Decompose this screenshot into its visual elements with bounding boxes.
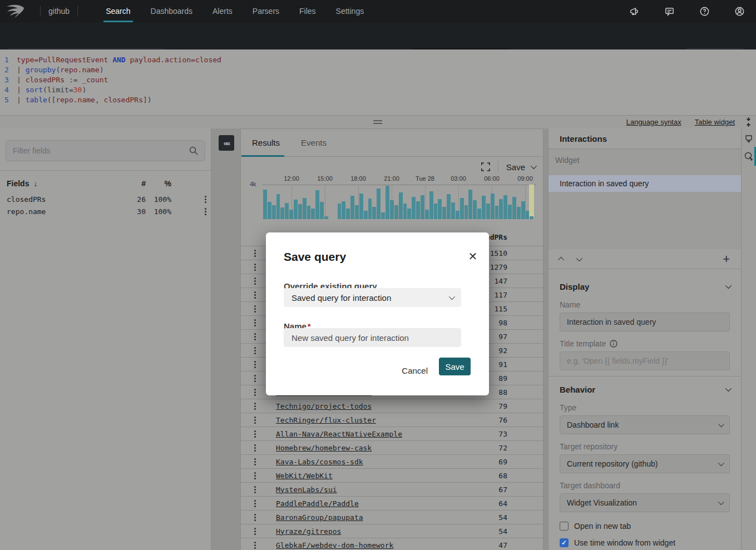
row-menu-icon[interactable] [252, 415, 258, 425]
histogram-bar[interactable] [289, 210, 293, 219]
nav-tab-files[interactable]: Files [289, 0, 326, 22]
histogram-bar[interactable] [434, 204, 438, 219]
nav-tab-alerts[interactable]: Alerts [202, 0, 243, 22]
histogram-bar[interactable] [294, 200, 298, 219]
histogram-bar[interactable] [438, 199, 442, 219]
row-menu-icon[interactable] [252, 485, 258, 494]
row-menu-icon[interactable] [252, 346, 258, 355]
histogram-bar[interactable] [508, 205, 512, 219]
row-menu-icon[interactable] [252, 513, 258, 522]
move-up-icon[interactable] [558, 256, 564, 262]
histogram-bar[interactable] [421, 195, 424, 219]
repository-name[interactable]: github [48, 7, 70, 16]
interactions-panel-icon[interactable] [744, 152, 753, 161]
histogram-bar[interactable] [368, 199, 372, 219]
help-icon[interactable] [699, 6, 710, 17]
histogram-bar[interactable] [276, 194, 280, 219]
field-row-repo.name[interactable]: repo.name30100% [0, 205, 211, 217]
repo-name-link[interactable]: GlebkaF/webdev-dom-homework [276, 541, 393, 549]
nav-tab-settings[interactable]: Settings [326, 0, 374, 22]
info-icon[interactable] [610, 340, 617, 348]
histogram-bar[interactable] [263, 190, 267, 219]
histogram-bar[interactable] [460, 198, 464, 219]
histogram-bar[interactable] [355, 205, 359, 219]
repo-name-link[interactable]: Kava-Labs/cosmos-sdk [276, 458, 363, 466]
histogram-bar[interactable] [482, 196, 486, 219]
histogram-bar[interactable] [307, 206, 311, 219]
histogram-bar[interactable] [381, 212, 385, 219]
tab-results[interactable]: Results [252, 138, 280, 147]
nav-tab-dashboards[interactable]: Dashboards [141, 0, 203, 22]
row-menu-icon[interactable] [252, 374, 258, 383]
repo-name-link[interactable]: WebKit/WebKit [276, 472, 333, 480]
histogram-bar[interactable] [315, 190, 319, 219]
histogram-bar[interactable] [486, 204, 490, 219]
histogram-bar[interactable] [407, 209, 411, 219]
use-time-window-checkbox-row[interactable]: ✓ Use time window from widget [549, 534, 741, 550]
histogram-bar[interactable] [285, 203, 289, 219]
histogram-bar[interactable] [425, 210, 429, 219]
display-section-header[interactable]: Display [549, 275, 741, 298]
language-syntax-link[interactable]: Language syntax [626, 118, 681, 126]
close-icon[interactable]: ✕ [467, 250, 479, 262]
histogram-bar[interactable] [399, 192, 403, 219]
nav-tab-search[interactable]: Search [96, 0, 140, 22]
row-menu-icon[interactable] [252, 443, 258, 453]
account-icon[interactable] [734, 6, 745, 17]
histogram-bar[interactable] [386, 186, 389, 219]
open-in-new-tab-checkbox[interactable] [560, 522, 569, 531]
row-menu-icon[interactable] [252, 402, 258, 411]
type-select[interactable]: Dashboard link [560, 415, 730, 434]
open-in-new-tab-checkbox-row[interactable]: Open in new tab [549, 518, 741, 534]
repo-name-link[interactable]: Technigo/project-todos [276, 402, 372, 410]
feedback-icon[interactable] [664, 6, 675, 17]
tab-events[interactable]: Events [301, 138, 327, 147]
query-line[interactable]: 5| table([repo.name, closedPRs]) [0, 95, 756, 105]
histogram-bar[interactable] [465, 205, 468, 219]
row-menu-icon[interactable] [252, 262, 258, 272]
histogram-bar[interactable] [298, 204, 302, 219]
histogram-bar[interactable] [473, 200, 477, 219]
histogram-bar[interactable] [451, 202, 455, 219]
histogram-bar[interactable] [338, 204, 342, 219]
histogram-bar[interactable] [456, 211, 459, 220]
repo-name-link[interactable]: Allan-Nava/ReactNativeExample [276, 430, 402, 438]
histogram-bar[interactable] [521, 201, 525, 219]
histogram-bar[interactable] [412, 197, 416, 219]
widget-style-icon[interactable] [744, 135, 753, 143]
row-menu-icon[interactable] [252, 471, 258, 480]
row-menu-icon[interactable] [252, 332, 258, 341]
fullscreen-icon[interactable] [481, 162, 490, 171]
histogram-bar[interactable] [526, 211, 530, 220]
announcements-icon[interactable] [629, 6, 640, 17]
histogram-bar[interactable] [342, 201, 345, 219]
row-menu-icon[interactable] [252, 276, 258, 286]
row-menu-icon[interactable] [252, 318, 258, 328]
query-line[interactable]: 2| groupby(repo.name) [0, 65, 756, 75]
histogram-bar[interactable] [364, 211, 368, 220]
sort-descending-icon[interactable]: ↓ [33, 179, 37, 188]
row-menu-icon[interactable] [252, 527, 258, 536]
override-query-select[interactable]: Saved query for interaction [284, 288, 461, 307]
interaction-list-item-selected[interactable]: Interaction in saved query [549, 175, 741, 192]
row-menu-icon[interactable] [252, 457, 258, 467]
repo-name-link[interactable]: Hyraze/gitrepos [276, 527, 341, 536]
row-menu-icon[interactable] [252, 388, 258, 397]
nav-tab-parsers[interactable]: Parsers [243, 0, 289, 22]
histogram-bar[interactable] [359, 194, 363, 220]
histogram-bar[interactable] [503, 195, 507, 219]
row-menu-icon[interactable] [252, 290, 258, 300]
histogram-bar[interactable] [324, 216, 328, 219]
repo-name-link[interactable]: PaddlePaddle/Paddle [276, 499, 359, 508]
query-line[interactable]: 4| sort(limit=30) [0, 85, 756, 95]
histogram-bar[interactable] [272, 205, 276, 219]
row-menu-icon[interactable] [252, 249, 258, 258]
histogram-bar[interactable] [280, 207, 284, 219]
histogram-bar[interactable] [372, 207, 376, 219]
histogram-bar[interactable] [394, 205, 398, 219]
behavior-section-header[interactable]: Behavior [549, 378, 741, 401]
histogram-bar[interactable] [491, 194, 495, 220]
histogram-bar[interactable] [320, 202, 324, 219]
field-menu-icon[interactable] [202, 195, 209, 204]
move-down-icon[interactable] [576, 255, 582, 261]
